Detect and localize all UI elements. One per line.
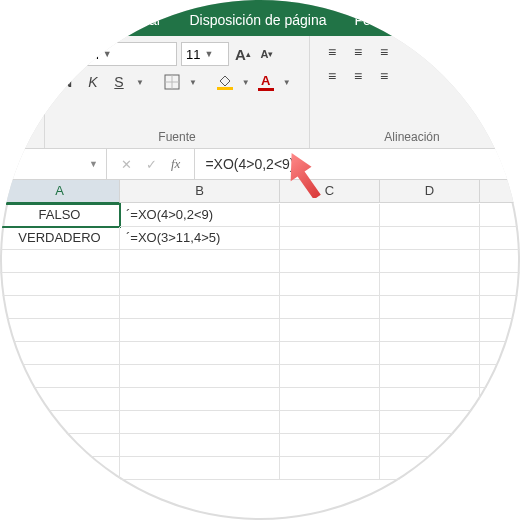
cell-C11[interactable] [280,434,380,457]
cell-A6[interactable] [0,319,120,342]
tab-formulas[interactable]: Fórmulas [340,4,426,36]
column-header-E[interactable] [480,180,520,203]
align-middle-button[interactable]: ≡ [348,42,368,62]
cell-B9[interactable] [120,388,280,411]
column-header-A[interactable]: A [0,180,120,204]
cell-B3[interactable] [120,250,280,273]
cell-A8[interactable] [0,365,120,388]
cell-D12[interactable] [380,457,480,480]
cell-C7[interactable] [280,342,380,365]
cell-E1[interactable] [480,204,520,227]
cell-D10[interactable] [380,411,480,434]
cell-E5[interactable] [480,296,520,319]
italic-button[interactable]: K [83,72,103,92]
group-label-font: Fuente [57,128,297,144]
tab-insert[interactable]: Insertar [100,4,175,36]
cell-E7[interactable] [480,342,520,365]
chevron-down-icon: ▼ [89,159,98,169]
shrink-font-button[interactable]: A▾ [257,44,277,64]
cell-D3[interactable] [380,250,480,273]
align-right-button[interactable]: ≡ [374,66,394,86]
formula-bar: A1 ▼ ✕ ✓ fx [0,149,520,180]
fill-color-button[interactable] [215,72,235,92]
cell-E8[interactable] [480,365,520,388]
bold-button[interactable]: N [57,72,77,92]
cell-D7[interactable] [380,342,480,365]
cell-C9[interactable] [280,388,380,411]
align-center-button[interactable]: ≡ [348,66,368,86]
borders-button[interactable] [162,72,182,92]
cell-C5[interactable] [280,296,380,319]
cell-B11[interactable] [120,434,280,457]
formula-input[interactable] [195,149,520,179]
cell-C6[interactable] [280,319,380,342]
align-top-button[interactable]: ≡ [322,42,342,62]
ribbon-tabstrip: Insertar Disposición de página Fórmulas [0,0,520,36]
cell-D2[interactable] [380,227,480,250]
cell-D4[interactable] [380,273,480,296]
cell-D9[interactable] [380,388,480,411]
underline-button[interactable]: S [109,72,129,92]
cell-A1[interactable]: FALSO [0,204,120,227]
cell-B2[interactable]: ´=XO(3>11,4>5) [120,227,280,250]
cell-B7[interactable] [120,342,280,365]
cell-E3[interactable] [480,250,520,273]
column-header-D[interactable]: D [380,180,480,203]
ribbon: tapapeles Calibri ▼ 11 ▼ A▴ A▾ N [0,36,520,149]
cell-A2[interactable]: VERDADERO [0,227,120,250]
cancel-formula-button[interactable]: ✕ [121,157,132,172]
cell-A4[interactable] [0,273,120,296]
name-box[interactable]: A1 ▼ [0,149,107,179]
cell-A10[interactable] [0,411,120,434]
cell-E6[interactable] [480,319,520,342]
cell-C1[interactable] [280,204,380,227]
group-clipboard: tapapeles [0,36,45,148]
cell-B6[interactable] [120,319,280,342]
cell-C3[interactable] [280,250,380,273]
cell-B5[interactable] [120,296,280,319]
cell-E4[interactable] [480,273,520,296]
cell-A3[interactable] [0,250,120,273]
cell-A11[interactable] [0,434,120,457]
cell-C8[interactable] [280,365,380,388]
cell-D5[interactable] [380,296,480,319]
font-size-value: 11 [186,47,200,62]
cell-A7[interactable] [0,342,120,365]
cell-B1[interactable]: ´=XO(4>0,2<9) [120,204,280,227]
grow-font-button[interactable]: A▴ [233,44,253,64]
cell-C2[interactable] [280,227,380,250]
cell-A5[interactable] [0,296,120,319]
align-left-button[interactable]: ≡ [322,66,342,86]
align-bottom-button[interactable]: ≡ [374,42,394,62]
cell-A12[interactable] [0,457,120,480]
font-color-button[interactable]: A [256,72,276,92]
cell-C12[interactable] [280,457,380,480]
cell-D6[interactable] [380,319,480,342]
fx-button[interactable]: fx [171,156,180,172]
cell-E2[interactable] [480,227,520,250]
font-name-combo[interactable]: Calibri ▼ [57,42,177,66]
group-label-clipboard: tapapeles [0,128,32,144]
cell-E9[interactable] [480,388,520,411]
cell-E11[interactable] [480,434,520,457]
tab-page-layout[interactable]: Disposición de página [175,4,340,36]
enter-formula-button[interactable]: ✓ [146,157,157,172]
cell-C4[interactable] [280,273,380,296]
column-header-C[interactable]: C [280,180,380,203]
chevron-down-icon: ▼ [103,49,112,59]
cell-E12[interactable] [480,457,520,480]
cell-D1[interactable] [380,204,480,227]
cell-E10[interactable] [480,411,520,434]
cell-B10[interactable] [120,411,280,434]
cell-B8[interactable] [120,365,280,388]
cell-D11[interactable] [380,434,480,457]
font-size-combo[interactable]: 11 ▼ [181,42,229,66]
column-header-B[interactable]: B [120,180,280,203]
cell-B12[interactable] [120,457,280,480]
cell-C10[interactable] [280,411,380,434]
worksheet-grid[interactable]: A B C D 1 FALSO ´=XO(4>0,2<9) 2 VERDADER… [0,180,520,480]
bucket-icon [218,75,232,87]
cell-B4[interactable] [120,273,280,296]
cell-D8[interactable] [380,365,480,388]
cell-A9[interactable] [0,388,120,411]
